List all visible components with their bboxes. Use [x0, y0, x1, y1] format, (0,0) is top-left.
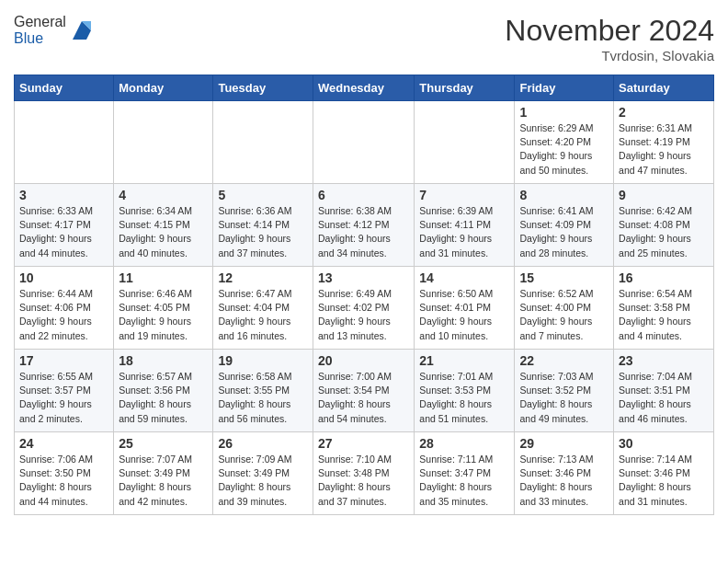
- logo-blue-text: Blue: [14, 30, 43, 46]
- day-number: 27: [318, 436, 409, 451]
- day-info: Sunrise: 6:36 AM Sunset: 4:14 PM Dayligh…: [218, 204, 308, 260]
- day-number: 14: [419, 270, 509, 285]
- logo-icon: [68, 17, 96, 44]
- day-info: Sunrise: 6:41 AM Sunset: 4:09 PM Dayligh…: [519, 204, 609, 260]
- location: Tvrdosin, Slovakia: [505, 48, 714, 63]
- calendar-cell: [15, 101, 114, 184]
- day-number: 4: [119, 188, 208, 202]
- day-info: Sunrise: 7:00 AM Sunset: 3:54 PM Dayligh…: [318, 370, 409, 426]
- day-info: Sunrise: 7:14 AM Sunset: 3:46 PM Dayligh…: [619, 453, 709, 509]
- calendar-cell: 30Sunrise: 7:14 AM Sunset: 3:46 PM Dayli…: [614, 432, 714, 515]
- calendar-cell: 19Sunrise: 6:58 AM Sunset: 3:55 PM Dayli…: [213, 350, 313, 432]
- calendar-week-row: 1Sunrise: 6:29 AM Sunset: 4:20 PM Daylig…: [15, 101, 714, 184]
- day-info: Sunrise: 7:03 AM Sunset: 3:52 PM Dayligh…: [519, 370, 609, 426]
- calendar-cell: 15Sunrise: 6:52 AM Sunset: 4:00 PM Dayli…: [515, 267, 614, 350]
- calendar-cell: [213, 101, 313, 184]
- day-info: Sunrise: 6:34 AM Sunset: 4:15 PM Dayligh…: [119, 204, 208, 260]
- day-number: 30: [619, 436, 709, 451]
- page: General Blue November 2024 Tvrdosin, Slo…: [0, 0, 728, 529]
- calendar-table: SundayMondayTuesdayWednesdayThursdayFrid…: [14, 75, 714, 515]
- calendar-week-row: 17Sunrise: 6:55 AM Sunset: 3:57 PM Dayli…: [15, 350, 714, 432]
- calendar-cell: 16Sunrise: 6:54 AM Sunset: 3:58 PM Dayli…: [614, 267, 714, 350]
- weekday-header: Tuesday: [213, 75, 313, 101]
- calendar-cell: 25Sunrise: 7:07 AM Sunset: 3:49 PM Dayli…: [114, 432, 213, 515]
- day-number: 2: [619, 105, 709, 120]
- calendar-cell: 3Sunrise: 6:33 AM Sunset: 4:17 PM Daylig…: [15, 184, 114, 267]
- calendar-cell: 5Sunrise: 6:36 AM Sunset: 4:14 PM Daylig…: [213, 184, 313, 267]
- day-number: 13: [318, 270, 409, 285]
- day-number: 1: [519, 105, 609, 120]
- day-number: 8: [519, 188, 609, 202]
- calendar-cell: 1Sunrise: 6:29 AM Sunset: 4:20 PM Daylig…: [515, 101, 614, 184]
- day-number: 9: [619, 188, 709, 202]
- day-info: Sunrise: 7:07 AM Sunset: 3:49 PM Dayligh…: [119, 453, 208, 509]
- day-info: Sunrise: 7:10 AM Sunset: 3:48 PM Dayligh…: [318, 453, 409, 509]
- calendar-cell: 10Sunrise: 6:44 AM Sunset: 4:06 PM Dayli…: [15, 267, 114, 350]
- day-info: Sunrise: 6:57 AM Sunset: 3:56 PM Dayligh…: [119, 370, 208, 426]
- day-number: 19: [218, 353, 308, 368]
- day-info: Sunrise: 6:33 AM Sunset: 4:17 PM Dayligh…: [19, 204, 108, 260]
- calendar-cell: 21Sunrise: 7:01 AM Sunset: 3:53 PM Dayli…: [415, 350, 515, 432]
- day-number: 16: [619, 270, 709, 285]
- day-number: 12: [218, 270, 308, 285]
- day-info: Sunrise: 6:54 AM Sunset: 3:58 PM Dayligh…: [619, 287, 709, 343]
- day-info: Sunrise: 6:44 AM Sunset: 4:06 PM Dayligh…: [19, 287, 108, 343]
- weekday-header: Friday: [515, 75, 614, 101]
- day-info: Sunrise: 6:46 AM Sunset: 4:05 PM Dayligh…: [119, 287, 208, 343]
- calendar-cell: 18Sunrise: 6:57 AM Sunset: 3:56 PM Dayli…: [114, 350, 213, 432]
- day-info: Sunrise: 6:31 AM Sunset: 4:19 PM Dayligh…: [619, 121, 709, 178]
- day-info: Sunrise: 6:29 AM Sunset: 4:20 PM Dayligh…: [519, 121, 609, 178]
- day-number: 6: [318, 188, 409, 202]
- calendar-cell: 4Sunrise: 6:34 AM Sunset: 4:15 PM Daylig…: [114, 184, 213, 267]
- calendar-cell: 13Sunrise: 6:49 AM Sunset: 4:02 PM Dayli…: [313, 267, 414, 350]
- day-info: Sunrise: 6:55 AM Sunset: 3:57 PM Dayligh…: [19, 370, 108, 426]
- calendar-cell: 28Sunrise: 7:11 AM Sunset: 3:47 PM Dayli…: [415, 432, 515, 515]
- calendar-cell: 9Sunrise: 6:42 AM Sunset: 4:08 PM Daylig…: [614, 184, 714, 267]
- day-number: 24: [19, 436, 108, 451]
- weekday-header: Sunday: [15, 75, 114, 101]
- day-number: 25: [119, 436, 208, 451]
- calendar-cell: 24Sunrise: 7:06 AM Sunset: 3:50 PM Dayli…: [15, 432, 114, 515]
- calendar-cell: [415, 101, 515, 184]
- day-number: 17: [19, 353, 108, 368]
- day-info: Sunrise: 6:38 AM Sunset: 4:12 PM Dayligh…: [318, 204, 409, 260]
- weekday-header: Thursday: [415, 75, 515, 101]
- day-number: 7: [419, 188, 509, 202]
- calendar-cell: [313, 101, 414, 184]
- day-info: Sunrise: 6:52 AM Sunset: 4:00 PM Dayligh…: [519, 287, 609, 343]
- day-number: 28: [419, 436, 509, 451]
- day-info: Sunrise: 7:13 AM Sunset: 3:46 PM Dayligh…: [519, 453, 609, 509]
- month-year: November 2024: [505, 14, 714, 48]
- day-info: Sunrise: 6:39 AM Sunset: 4:11 PM Dayligh…: [419, 204, 509, 260]
- weekday-header: Wednesday: [313, 75, 414, 101]
- calendar-cell: 7Sunrise: 6:39 AM Sunset: 4:11 PM Daylig…: [415, 184, 515, 267]
- calendar-cell: 23Sunrise: 7:04 AM Sunset: 3:51 PM Dayli…: [614, 350, 714, 432]
- day-info: Sunrise: 6:42 AM Sunset: 4:08 PM Dayligh…: [619, 204, 709, 260]
- calendar-cell: 11Sunrise: 6:46 AM Sunset: 4:05 PM Dayli…: [114, 267, 213, 350]
- calendar-cell: [114, 101, 213, 184]
- day-info: Sunrise: 7:09 AM Sunset: 3:49 PM Dayligh…: [218, 453, 308, 509]
- day-number: 23: [619, 353, 709, 368]
- title-block: November 2024 Tvrdosin, Slovakia: [505, 14, 714, 63]
- day-number: 3: [19, 188, 108, 202]
- day-info: Sunrise: 6:47 AM Sunset: 4:04 PM Dayligh…: [218, 287, 308, 343]
- calendar-cell: 14Sunrise: 6:50 AM Sunset: 4:01 PM Dayli…: [415, 267, 515, 350]
- calendar-cell: 29Sunrise: 7:13 AM Sunset: 3:46 PM Dayli…: [515, 432, 614, 515]
- day-number: 22: [519, 353, 609, 368]
- calendar-header-row: SundayMondayTuesdayWednesdayThursdayFrid…: [15, 75, 714, 101]
- calendar-cell: 17Sunrise: 6:55 AM Sunset: 3:57 PM Dayli…: [15, 350, 114, 432]
- day-info: Sunrise: 7:01 AM Sunset: 3:53 PM Dayligh…: [419, 370, 509, 426]
- weekday-header: Saturday: [614, 75, 714, 101]
- calendar-cell: 26Sunrise: 7:09 AM Sunset: 3:49 PM Dayli…: [213, 432, 313, 515]
- day-number: 29: [519, 436, 609, 451]
- day-number: 20: [318, 353, 409, 368]
- logo-general-text: General: [14, 14, 66, 29]
- calendar-cell: 20Sunrise: 7:00 AM Sunset: 3:54 PM Dayli…: [313, 350, 414, 432]
- day-number: 18: [119, 353, 208, 368]
- calendar-week-row: 3Sunrise: 6:33 AM Sunset: 4:17 PM Daylig…: [15, 184, 714, 267]
- day-number: 26: [218, 436, 308, 451]
- weekday-header: Monday: [114, 75, 213, 101]
- calendar-cell: 8Sunrise: 6:41 AM Sunset: 4:09 PM Daylig…: [515, 184, 614, 267]
- calendar-cell: 27Sunrise: 7:10 AM Sunset: 3:48 PM Dayli…: [313, 432, 414, 515]
- day-number: 11: [119, 270, 208, 285]
